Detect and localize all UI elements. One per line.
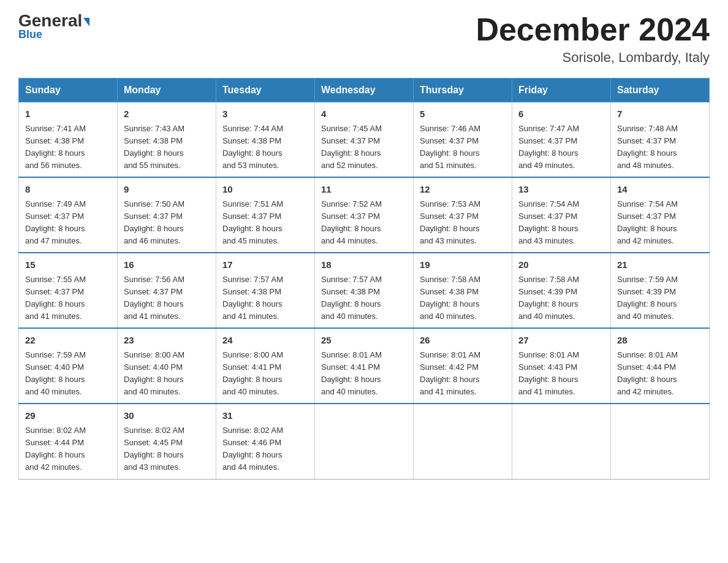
table-row: 5Sunrise: 7:46 AMSunset: 4:37 PMDaylight… — [414, 102, 512, 178]
table-row: 1Sunrise: 7:41 AMSunset: 4:38 PMDaylight… — [19, 102, 118, 178]
logo-general: General — [18, 12, 89, 29]
table-row: 3Sunrise: 7:44 AMSunset: 4:38 PMDaylight… — [216, 102, 315, 178]
day-number: 1 — [25, 107, 111, 121]
day-number: 25 — [321, 334, 407, 348]
day-number: 18 — [321, 258, 407, 272]
day-info: Sunrise: 7:54 AMSunset: 4:37 PMDaylight:… — [518, 198, 604, 248]
day-info: Sunrise: 7:44 AMSunset: 4:38 PMDaylight:… — [222, 123, 308, 172]
day-number: 11 — [321, 183, 407, 197]
day-info: Sunrise: 8:01 AMSunset: 4:41 PMDaylight:… — [321, 349, 407, 399]
table-row: 14Sunrise: 7:54 AMSunset: 4:37 PMDayligh… — [611, 177, 710, 253]
day-number: 23 — [124, 334, 210, 348]
day-number: 8 — [25, 183, 111, 197]
day-number: 14 — [617, 183, 703, 197]
day-number: 29 — [25, 409, 111, 423]
day-info: Sunrise: 7:50 AMSunset: 4:37 PMDaylight:… — [124, 198, 210, 248]
day-number: 2 — [124, 107, 210, 121]
calendar-header-row: Sunday Monday Tuesday Wednesday Thursday… — [19, 79, 710, 102]
table-row: 25Sunrise: 8:01 AMSunset: 4:41 PMDayligh… — [315, 328, 414, 404]
day-info: Sunrise: 7:45 AMSunset: 4:37 PMDaylight:… — [321, 123, 407, 172]
table-row: 15Sunrise: 7:55 AMSunset: 4:37 PMDayligh… — [19, 253, 118, 328]
day-number: 12 — [420, 183, 506, 197]
day-number: 20 — [518, 258, 604, 272]
table-row: 27Sunrise: 8:01 AMSunset: 4:43 PMDayligh… — [512, 328, 611, 404]
table-row: 6Sunrise: 7:47 AMSunset: 4:37 PMDaylight… — [512, 102, 611, 178]
day-info: Sunrise: 7:57 AMSunset: 4:38 PMDaylight:… — [222, 274, 308, 323]
table-row: 10Sunrise: 7:51 AMSunset: 4:37 PMDayligh… — [216, 177, 315, 253]
logo: General Blue — [18, 12, 89, 41]
day-info: Sunrise: 7:48 AMSunset: 4:37 PMDaylight:… — [617, 123, 703, 172]
day-info: Sunrise: 7:56 AMSunset: 4:37 PMDaylight:… — [124, 274, 210, 323]
table-row: 30Sunrise: 8:02 AMSunset: 4:45 PMDayligh… — [118, 404, 216, 479]
day-info: Sunrise: 7:51 AMSunset: 4:37 PMDaylight:… — [222, 198, 308, 248]
day-number: 5 — [420, 107, 506, 121]
col-saturday: Saturday — [611, 79, 710, 102]
table-row: 8Sunrise: 7:49 AMSunset: 4:37 PMDaylight… — [19, 177, 118, 253]
day-info: Sunrise: 8:00 AMSunset: 4:41 PMDaylight:… — [222, 349, 308, 399]
table-row — [414, 404, 512, 479]
day-number: 16 — [124, 258, 210, 272]
col-friday: Friday — [512, 79, 611, 102]
col-sunday: Sunday — [19, 79, 118, 102]
day-number: 19 — [420, 258, 506, 272]
day-number: 3 — [222, 107, 308, 121]
day-info: Sunrise: 8:01 AMSunset: 4:44 PMDaylight:… — [617, 349, 703, 399]
day-number: 26 — [420, 334, 506, 348]
table-row — [512, 404, 611, 479]
table-row: 29Sunrise: 8:02 AMSunset: 4:44 PMDayligh… — [19, 404, 118, 479]
page-header: General Blue December 2024 Sorisole, Lom… — [18, 12, 710, 66]
day-number: 30 — [124, 409, 210, 423]
table-row: 12Sunrise: 7:53 AMSunset: 4:37 PMDayligh… — [414, 177, 512, 253]
day-info: Sunrise: 8:02 AMSunset: 4:44 PMDaylight:… — [25, 424, 111, 474]
day-info: Sunrise: 7:54 AMSunset: 4:37 PMDaylight:… — [617, 198, 703, 248]
day-info: Sunrise: 7:59 AMSunset: 4:40 PMDaylight:… — [25, 349, 111, 399]
day-number: 7 — [617, 107, 703, 121]
table-row: 21Sunrise: 7:59 AMSunset: 4:39 PMDayligh… — [611, 253, 710, 328]
table-row: 16Sunrise: 7:56 AMSunset: 4:37 PMDayligh… — [118, 253, 216, 328]
day-info: Sunrise: 8:01 AMSunset: 4:42 PMDaylight:… — [420, 349, 506, 399]
logo-triangle-icon — [83, 18, 89, 26]
day-number: 9 — [124, 183, 210, 197]
location-title: Sorisole, Lombardy, Italy — [476, 50, 710, 66]
calendar-week-row: 29Sunrise: 8:02 AMSunset: 4:44 PMDayligh… — [19, 404, 710, 479]
calendar-week-row: 8Sunrise: 7:49 AMSunset: 4:37 PMDaylight… — [19, 177, 710, 253]
table-row: 23Sunrise: 8:00 AMSunset: 4:40 PMDayligh… — [118, 328, 216, 404]
table-row: 26Sunrise: 8:01 AMSunset: 4:42 PMDayligh… — [414, 328, 512, 404]
day-info: Sunrise: 7:59 AMSunset: 4:39 PMDaylight:… — [617, 274, 703, 323]
table-row — [315, 404, 414, 479]
day-info: Sunrise: 8:02 AMSunset: 4:46 PMDaylight:… — [222, 424, 308, 474]
day-number: 6 — [518, 107, 604, 121]
day-number: 4 — [321, 107, 407, 121]
day-number: 21 — [617, 258, 703, 272]
day-info: Sunrise: 8:02 AMSunset: 4:45 PMDaylight:… — [124, 424, 210, 474]
day-info: Sunrise: 7:49 AMSunset: 4:37 PMDaylight:… — [25, 198, 111, 248]
table-row: 31Sunrise: 8:02 AMSunset: 4:46 PMDayligh… — [216, 404, 315, 479]
day-info: Sunrise: 7:58 AMSunset: 4:39 PMDaylight:… — [518, 274, 604, 323]
logo-blue: Blue — [18, 28, 42, 41]
table-row: 18Sunrise: 7:57 AMSunset: 4:38 PMDayligh… — [315, 253, 414, 328]
table-row: 4Sunrise: 7:45 AMSunset: 4:37 PMDaylight… — [315, 102, 414, 178]
day-info: Sunrise: 7:58 AMSunset: 4:38 PMDaylight:… — [420, 274, 506, 323]
calendar-week-row: 15Sunrise: 7:55 AMSunset: 4:37 PMDayligh… — [19, 253, 710, 328]
day-number: 28 — [617, 334, 703, 348]
day-number: 31 — [222, 409, 308, 423]
day-info: Sunrise: 8:00 AMSunset: 4:40 PMDaylight:… — [124, 349, 210, 399]
table-row: 22Sunrise: 7:59 AMSunset: 4:40 PMDayligh… — [19, 328, 118, 404]
day-info: Sunrise: 8:01 AMSunset: 4:43 PMDaylight:… — [518, 349, 604, 399]
day-info: Sunrise: 7:41 AMSunset: 4:38 PMDaylight:… — [25, 123, 111, 172]
col-wednesday: Wednesday — [315, 79, 414, 102]
day-info: Sunrise: 7:43 AMSunset: 4:38 PMDaylight:… — [124, 123, 210, 172]
day-number: 10 — [222, 183, 308, 197]
day-number: 24 — [222, 334, 308, 348]
table-row: 24Sunrise: 8:00 AMSunset: 4:41 PMDayligh… — [216, 328, 315, 404]
day-info: Sunrise: 7:57 AMSunset: 4:38 PMDaylight:… — [321, 274, 407, 323]
month-title: December 2024 — [476, 12, 710, 47]
table-row: 28Sunrise: 8:01 AMSunset: 4:44 PMDayligh… — [611, 328, 710, 404]
calendar-table: Sunday Monday Tuesday Wednesday Thursday… — [18, 78, 710, 479]
day-info: Sunrise: 7:47 AMSunset: 4:37 PMDaylight:… — [518, 123, 604, 172]
table-row: 7Sunrise: 7:48 AMSunset: 4:37 PMDaylight… — [611, 102, 710, 178]
day-info: Sunrise: 7:52 AMSunset: 4:37 PMDaylight:… — [321, 198, 407, 248]
day-number: 13 — [518, 183, 604, 197]
day-info: Sunrise: 7:53 AMSunset: 4:37 PMDaylight:… — [420, 198, 506, 248]
day-info: Sunrise: 7:46 AMSunset: 4:37 PMDaylight:… — [420, 123, 506, 172]
